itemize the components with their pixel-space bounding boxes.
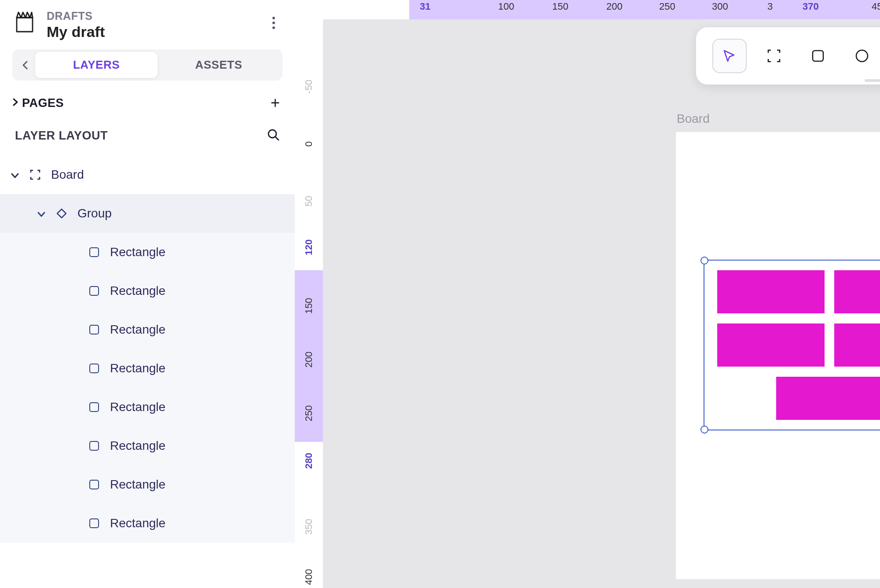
layer-item-label: Rectangle [110, 439, 165, 453]
more-menu-button[interactable] [265, 14, 282, 32]
selection-bounds[interactable] [704, 260, 880, 430]
sidebar-header: DRAFTS My draft [0, 0, 295, 45]
layer-item-group[interactable]: Group [0, 194, 295, 233]
rectangle-icon [88, 246, 100, 258]
tool-frame[interactable] [757, 39, 791, 73]
layer-item-rectangle[interactable]: Rectangle [0, 310, 295, 349]
ruler-tick: 3 [767, 1, 773, 12]
layer-item-label: Rectangle [110, 400, 165, 414]
layer-item-label: Rectangle [110, 361, 165, 375]
ruler-tick: 100 [498, 1, 514, 12]
svg-point-0 [272, 17, 275, 19]
svg-point-6 [856, 50, 868, 62]
ruler-tick: 300 [712, 1, 728, 12]
rectangle-icon [88, 478, 100, 491]
layer-tree: Board Group Rectangle Rectangle [0, 154, 295, 543]
sidebar: DRAFTS My draft LAYERS ASSETS PAGES [0, 0, 295, 588]
tool-rectangle[interactable] [801, 39, 835, 73]
tabs-back-button[interactable] [15, 55, 35, 75]
resize-handle-bl[interactable] [700, 426, 708, 434]
layer-item-rectangle[interactable]: Rectangle [0, 504, 295, 543]
layer-item-rectangle[interactable]: Rectangle [0, 349, 295, 388]
app-logo[interactable] [12, 10, 37, 34]
rectangle-icon [88, 401, 100, 413]
rectangle-icon [88, 323, 100, 336]
drafts-label: DRAFTS [47, 10, 265, 22]
layer-item-board[interactable]: Board [0, 155, 295, 194]
ruler-tick: 450 [872, 1, 880, 12]
ruler-tick: 150 [552, 1, 568, 12]
draft-title[interactable]: My draft [47, 23, 265, 40]
ruler-tick: 350 [303, 513, 315, 541]
ruler-tick: -50 [303, 73, 315, 101]
ruler-sel-end: 280 [303, 447, 315, 475]
layer-item-rectangle[interactable]: Rectangle [0, 272, 295, 310]
search-icon[interactable] [267, 128, 280, 143]
pages-collapse-icon [12, 97, 18, 109]
add-page-button[interactable]: + [271, 94, 280, 112]
layer-item-label: Rectangle [110, 245, 165, 259]
ruler-tick: 0 [303, 130, 315, 158]
layer-item-rectangle[interactable]: Rectangle [0, 465, 295, 504]
frame-icon [29, 169, 41, 181]
layer-item-label: Board [51, 168, 84, 182]
toolbar-drag-handle[interactable] [865, 79, 880, 82]
ruler-sel-start: 31 [420, 1, 430, 12]
ruler-tick: 150 [303, 292, 315, 320]
ruler-tick: 200 [303, 345, 315, 374]
tab-assets[interactable]: ASSETS [158, 52, 280, 78]
rectangle-icon [88, 440, 100, 452]
rectangle-icon [88, 517, 100, 529]
layer-item-label: Rectangle [110, 323, 165, 337]
rectangle-icon [88, 285, 100, 297]
ruler-horizontal[interactable]: 31 100 150 200 250 300 3 370 450 [323, 0, 880, 19]
board-title[interactable]: Board [677, 112, 710, 126]
layer-item-label: Group [77, 206, 112, 220]
canvas-area[interactable]: 31 100 150 200 250 300 3 370 450 -50 0 5… [295, 0, 880, 588]
svg-point-1 [272, 22, 275, 24]
ruler-tick: 50 [303, 187, 315, 215]
tab-layers[interactable]: LAYERS [35, 52, 158, 78]
layer-item-label: Rectangle [110, 478, 165, 492]
layer-item-rectangle[interactable]: Rectangle [0, 388, 295, 426]
sidebar-tabs: LAYERS ASSETS [12, 49, 282, 81]
layer-item-label: Rectangle [110, 284, 165, 298]
layer-item-rectangle[interactable]: Rectangle [0, 426, 295, 465]
pages-label: PAGES [22, 96, 64, 110]
tool-bar [696, 27, 880, 85]
tool-select[interactable] [712, 39, 747, 73]
group-icon [55, 207, 68, 220]
ruler-vertical[interactable]: -50 0 50 120 150 200 250 280 350 400 [295, 19, 323, 588]
layer-item-rectangle[interactable]: Rectangle [0, 233, 295, 272]
ruler-sel-end: 370 [803, 1, 819, 12]
svg-point-2 [272, 26, 275, 29]
chevron-down-icon[interactable] [37, 206, 48, 220]
rectangle-icon [88, 362, 100, 375]
layer-layout-label: LAYER LAYOUT [15, 129, 108, 143]
ruler-tick: 250 [303, 399, 315, 427]
pages-section-header[interactable]: PAGES + [0, 81, 295, 117]
ruler-tick: 200 [606, 1, 623, 12]
chevron-down-icon[interactable] [11, 168, 21, 182]
svg-rect-5 [813, 51, 823, 61]
layer-layout-header: LAYER LAYOUT [0, 117, 295, 154]
svg-rect-4 [57, 209, 66, 218]
tool-ellipse[interactable] [845, 39, 879, 73]
resize-handle-tl[interactable] [700, 257, 708, 265]
ruler-tick: 400 [303, 563, 315, 588]
layer-item-label: Rectangle [110, 516, 165, 530]
ruler-tick: 250 [659, 1, 675, 12]
ruler-sel-start: 120 [303, 233, 315, 261]
